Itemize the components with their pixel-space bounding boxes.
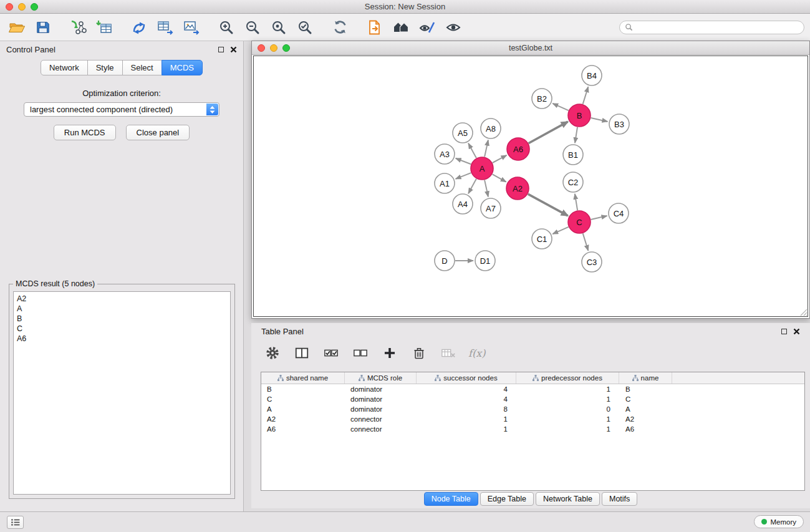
zoom-out-button[interactable] <box>243 18 262 37</box>
export-image-button[interactable] <box>182 18 201 37</box>
graph-node[interactable]: D <box>435 251 455 271</box>
graph-node[interactable]: A <box>471 157 493 180</box>
column-header[interactable]: predecessor nodes <box>516 372 619 384</box>
graph-node[interactable]: C4 <box>609 203 629 223</box>
deselect-all-button[interactable] <box>351 344 370 362</box>
function-builder-button[interactable]: f(x) <box>468 347 485 359</box>
table-cell[interactable]: 8 <box>417 404 516 414</box>
table-cell[interactable]: connector <box>345 424 417 434</box>
graph-edge[interactable] <box>528 194 568 216</box>
graph-edge[interactable] <box>485 140 488 157</box>
import-table-button[interactable] <box>95 18 113 37</box>
table-cell[interactable]: 0 <box>516 404 619 414</box>
graph-edge[interactable] <box>468 143 476 158</box>
table-cell[interactable]: A2 <box>619 414 672 424</box>
graph-node[interactable]: B1 <box>563 145 583 165</box>
column-header[interactable]: name <box>619 372 672 384</box>
graph-edge[interactable] <box>456 173 471 179</box>
run-mcds-button[interactable]: Run MCDS <box>54 125 116 140</box>
home-button[interactable] <box>392 18 410 37</box>
table-cell[interactable]: C <box>619 394 672 404</box>
tab-network[interactable]: Network <box>41 60 88 75</box>
table-row[interactable]: Adominator80A <box>261 404 804 414</box>
show-panel-button[interactable] <box>7 516 24 529</box>
graph-node[interactable]: A6 <box>507 138 529 160</box>
graph-edge[interactable] <box>493 155 507 163</box>
table-settings-button[interactable] <box>263 344 282 362</box>
result-item[interactable]: A6 <box>17 334 227 344</box>
table-cell[interactable]: connector <box>345 414 417 424</box>
table-row[interactable]: A2connector11A2 <box>261 414 804 424</box>
open-session-button[interactable] <box>7 18 26 37</box>
table-cell[interactable]: 1 <box>417 424 516 434</box>
delete-row-button[interactable] <box>410 344 428 362</box>
graph-node[interactable]: A8 <box>481 118 501 138</box>
table-close-panel-icon[interactable] <box>793 328 800 335</box>
eye-button[interactable] <box>444 18 463 37</box>
network-canvas[interactable]: B4B2BB3A5A8A6B1A3AC2A1A2A4A7C4CC1C3DD1 <box>253 56 808 317</box>
document-export-button[interactable] <box>365 18 384 37</box>
network-minimize-button[interactable] <box>270 44 277 52</box>
table-cell[interactable]: dominator <box>345 404 417 414</box>
memory-indicator[interactable]: Memory <box>754 515 804 528</box>
graph-edge[interactable] <box>552 104 568 110</box>
table-cell[interactable]: A <box>261 404 345 414</box>
graph-edge[interactable] <box>583 233 589 251</box>
graph-edge[interactable] <box>456 158 471 164</box>
graph-node[interactable]: B4 <box>582 65 602 85</box>
table-row[interactable]: A6connector11A6 <box>261 424 804 434</box>
graph-edge[interactable] <box>575 127 577 143</box>
graph-node[interactable]: C2 <box>563 172 583 192</box>
zoom-in-button[interactable] <box>217 18 236 37</box>
table-cell[interactable]: 1 <box>516 384 619 394</box>
table-cell[interactable]: 4 <box>417 384 516 394</box>
import-network-button[interactable] <box>69 18 87 37</box>
graph-node[interactable]: A1 <box>435 173 455 193</box>
table-cell[interactable]: dominator <box>345 394 417 404</box>
result-item[interactable]: A <box>17 304 227 314</box>
column-header[interactable]: shared name <box>261 372 345 384</box>
criterion-dropdown[interactable]: largest connected component (directed) <box>24 102 219 117</box>
table-cell[interactable]: B <box>619 384 672 394</box>
graph-edge[interactable] <box>583 87 589 104</box>
graph-edge[interactable] <box>493 174 506 181</box>
tab-mcds[interactable]: MCDS <box>162 60 203 75</box>
add-row-button[interactable] <box>380 344 399 362</box>
graph-edge[interactable] <box>485 180 488 197</box>
delete-table-button[interactable] <box>439 344 458 362</box>
close-window-button[interactable] <box>6 3 13 11</box>
tab-motifs[interactable]: Motifs <box>602 492 637 506</box>
table-cell[interactable]: B <box>261 384 345 394</box>
tab-edge-table[interactable]: Edge Table <box>480 492 534 506</box>
graph-edge[interactable] <box>591 118 608 122</box>
graph-edge[interactable] <box>468 179 476 194</box>
table-cell[interactable]: A6 <box>261 424 345 434</box>
result-item[interactable]: C <box>17 324 227 334</box>
export-network-button[interactable] <box>130 18 148 37</box>
export-table-button[interactable] <box>156 18 175 37</box>
network-zoom-button[interactable] <box>282 44 290 52</box>
mcds-result-list[interactable]: A2ABCA6 <box>13 291 231 495</box>
network-close-button[interactable] <box>258 44 265 52</box>
save-session-button[interactable] <box>34 18 52 37</box>
table-cell[interactable]: A <box>619 404 672 414</box>
graph-node[interactable]: D1 <box>475 251 495 271</box>
resize-grip-icon[interactable] <box>799 307 808 316</box>
refresh-button[interactable] <box>330 18 349 37</box>
table-cell[interactable]: dominator <box>345 384 417 394</box>
show-columns-button[interactable] <box>292 344 311 362</box>
zoom-selected-button[interactable] <box>296 18 314 37</box>
tab-network-table[interactable]: Network Table <box>536 492 600 506</box>
search-input[interactable] <box>636 23 799 32</box>
table-float-panel-icon[interactable] <box>781 329 787 334</box>
table-cell[interactable]: 4 <box>417 394 516 404</box>
graph-node[interactable]: A2 <box>506 177 529 200</box>
graph-node[interactable]: C3 <box>582 252 602 272</box>
tab-node-table[interactable]: Node Table <box>424 492 478 506</box>
table-row[interactable]: Bdominator41B <box>261 384 804 394</box>
graph-node[interactable]: B <box>568 104 591 127</box>
graph-edge[interactable] <box>575 194 577 210</box>
graph-node[interactable]: A7 <box>481 198 501 218</box>
close-panel-icon[interactable] <box>230 46 237 53</box>
table-cell[interactable]: A2 <box>261 414 345 424</box>
